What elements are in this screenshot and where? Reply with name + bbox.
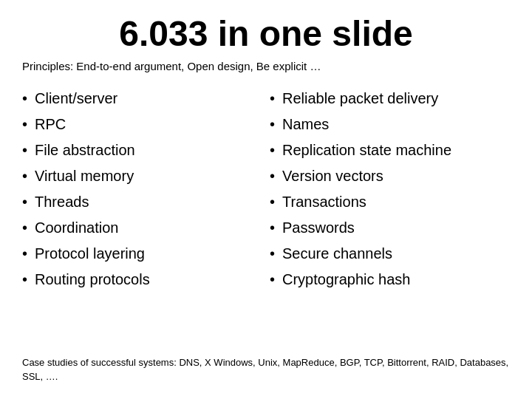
bullet-label: Cryptographic hash bbox=[282, 268, 410, 291]
right-column: •Reliable packet delivery•Names•Replicat… bbox=[270, 86, 510, 348]
left-column: •Client/server•RPC•File abstraction•Virt… bbox=[22, 86, 262, 348]
list-item: •Version vectors bbox=[270, 163, 510, 189]
footer-text: Case studies of successful systems: DNS,… bbox=[22, 356, 510, 384]
bullet-label: Protocol layering bbox=[35, 242, 145, 265]
list-item: •Cryptographic hash bbox=[270, 267, 510, 293]
bullet-dot: • bbox=[270, 242, 275, 265]
bullet-label: Coordination bbox=[35, 216, 118, 239]
bullet-dot: • bbox=[270, 216, 275, 239]
list-item: •Client/server bbox=[22, 86, 262, 112]
bullet-label: Routing protocols bbox=[35, 268, 150, 291]
slide: 6.033 in one slide Principles: End-to-en… bbox=[0, 0, 532, 399]
bullet-label: Threads bbox=[35, 191, 89, 214]
slide-title: 6.033 in one slide bbox=[22, 15, 510, 54]
bullet-label: Reliable packet delivery bbox=[282, 87, 438, 110]
bullet-dot: • bbox=[22, 242, 27, 265]
list-item: •Replication state machine bbox=[270, 137, 510, 163]
bullet-label: Transactions bbox=[282, 191, 366, 214]
bullet-dot: • bbox=[270, 191, 275, 214]
bullet-label: Secure channels bbox=[282, 242, 392, 265]
list-item: •Virtual memory bbox=[22, 163, 262, 189]
bullet-dot: • bbox=[22, 191, 27, 214]
list-item: •File abstraction bbox=[22, 137, 262, 163]
bullet-dot: • bbox=[270, 268, 275, 291]
bullet-dot: • bbox=[270, 87, 275, 110]
list-item: •RPC bbox=[22, 112, 262, 137]
bullet-label: Passwords bbox=[282, 216, 355, 239]
list-item: •Coordination bbox=[22, 215, 262, 241]
list-item: •Protocol layering bbox=[22, 241, 262, 267]
list-item: •Routing protocols bbox=[22, 267, 262, 293]
bullet-label: Version vectors bbox=[282, 165, 383, 188]
bullet-dot: • bbox=[270, 165, 275, 188]
bullet-label: Client/server bbox=[35, 87, 117, 110]
bullet-label: Replication state machine bbox=[282, 139, 451, 162]
slide-subtitle: Principles: End-to-end argument, Open de… bbox=[22, 60, 510, 72]
bullet-dot: • bbox=[22, 87, 27, 110]
bullet-label: RPC bbox=[35, 113, 66, 136]
list-item: •Transactions bbox=[270, 189, 510, 215]
list-item: •Threads bbox=[22, 189, 262, 215]
bullet-label: Virtual memory bbox=[35, 165, 134, 188]
bullet-dot: • bbox=[270, 139, 275, 162]
list-item: •Reliable packet delivery bbox=[270, 86, 510, 112]
bullet-label: Names bbox=[282, 113, 329, 136]
list-item: •Names bbox=[270, 112, 510, 137]
bullet-dot: • bbox=[22, 165, 27, 188]
bullet-label: File abstraction bbox=[35, 139, 135, 162]
content-area: •Client/server•RPC•File abstraction•Virt… bbox=[22, 86, 510, 348]
list-item: •Secure channels bbox=[270, 241, 510, 267]
bullet-dot: • bbox=[22, 113, 27, 136]
bullet-dot: • bbox=[22, 139, 27, 162]
bullet-dot: • bbox=[270, 113, 275, 136]
bullet-dot: • bbox=[22, 268, 27, 291]
bullet-dot: • bbox=[22, 216, 27, 239]
list-item: •Passwords bbox=[270, 215, 510, 241]
